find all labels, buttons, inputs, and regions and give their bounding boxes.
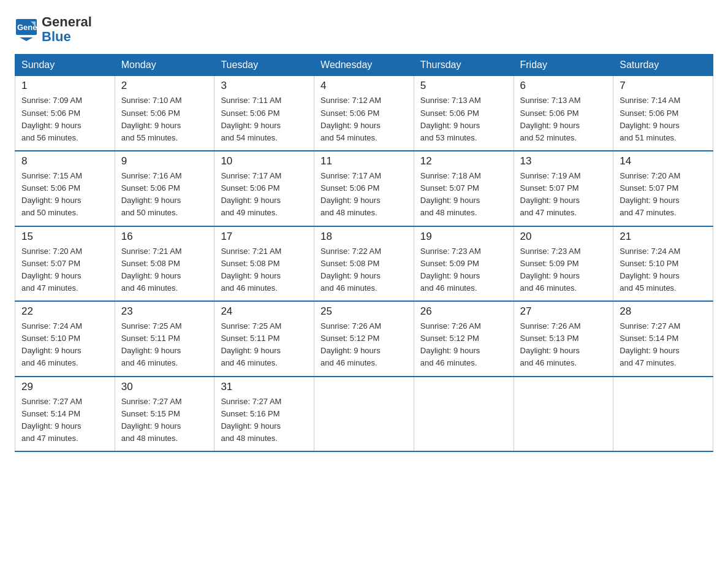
week-row-1: 1 Sunrise: 7:09 AMSunset: 5:06 PMDayligh… <box>15 76 713 151</box>
day-info: Sunrise: 7:18 AMSunset: 5:07 PMDaylight:… <box>420 170 507 220</box>
day-info: Sunrise: 7:27 AMSunset: 5:16 PMDaylight:… <box>221 396 308 445</box>
day-info: Sunrise: 7:22 AMSunset: 5:08 PMDaylight:… <box>320 245 408 295</box>
calendar-cell: 12 Sunrise: 7:18 AMSunset: 5:07 PMDaylig… <box>414 151 514 226</box>
calendar-cell: 7 Sunrise: 7:14 AMSunset: 5:06 PMDayligh… <box>613 76 713 151</box>
calendar-cell: 10 Sunrise: 7:17 AMSunset: 5:06 PMDaylig… <box>214 151 314 226</box>
week-row-5: 29 Sunrise: 7:27 AMSunset: 5:14 PMDaylig… <box>15 377 713 452</box>
day-number: 13 <box>520 155 607 167</box>
day-info: Sunrise: 7:12 AMSunset: 5:06 PMDaylight:… <box>320 94 408 144</box>
day-number: 29 <box>21 381 108 393</box>
day-number: 8 <box>21 155 108 167</box>
week-row-2: 8 Sunrise: 7:15 AMSunset: 5:06 PMDayligh… <box>15 151 713 226</box>
day-number: 5 <box>420 80 507 92</box>
day-info: Sunrise: 7:24 AMSunset: 5:10 PMDaylight:… <box>620 245 707 295</box>
day-number: 31 <box>221 381 308 393</box>
day-info: Sunrise: 7:21 AMSunset: 5:08 PMDaylight:… <box>221 245 308 295</box>
day-info: Sunrise: 7:15 AMSunset: 5:06 PMDaylight:… <box>21 170 108 220</box>
page-header: General General Blue <box>15 15 713 44</box>
header-monday: Monday <box>115 55 214 76</box>
day-info: Sunrise: 7:17 AMSunset: 5:06 PMDaylight:… <box>320 170 408 220</box>
day-number: 17 <box>221 231 308 243</box>
calendar-cell: 5 Sunrise: 7:13 AMSunset: 5:06 PMDayligh… <box>414 76 514 151</box>
day-number: 30 <box>121 381 208 393</box>
calendar-cell: 31 Sunrise: 7:27 AMSunset: 5:16 PMDaylig… <box>214 377 314 452</box>
calendar-cell: 6 Sunrise: 7:13 AMSunset: 5:06 PMDayligh… <box>514 76 613 151</box>
calendar-cell <box>514 377 613 452</box>
day-number: 3 <box>221 80 308 92</box>
day-number: 9 <box>121 155 208 167</box>
header-friday: Friday <box>514 55 613 76</box>
week-row-4: 22 Sunrise: 7:24 AMSunset: 5:10 PMDaylig… <box>15 301 713 377</box>
calendar-cell: 3 Sunrise: 7:11 AMSunset: 5:06 PMDayligh… <box>214 76 314 151</box>
calendar-cell: 14 Sunrise: 7:20 AMSunset: 5:07 PMDaylig… <box>613 151 713 226</box>
day-info: Sunrise: 7:10 AMSunset: 5:06 PMDaylight:… <box>121 94 208 144</box>
day-info: Sunrise: 7:20 AMSunset: 5:07 PMDaylight:… <box>620 170 707 220</box>
header-sunday: Sunday <box>15 55 115 76</box>
day-info: Sunrise: 7:13 AMSunset: 5:06 PMDaylight:… <box>420 94 507 144</box>
day-number: 27 <box>520 305 607 318</box>
calendar-cell: 15 Sunrise: 7:20 AMSunset: 5:07 PMDaylig… <box>15 226 115 302</box>
calendar-cell: 21 Sunrise: 7:24 AMSunset: 5:10 PMDaylig… <box>613 226 713 302</box>
day-number: 1 <box>21 80 108 92</box>
day-info: Sunrise: 7:27 AMSunset: 5:14 PMDaylight:… <box>620 320 707 370</box>
day-info: Sunrise: 7:26 AMSunset: 5:12 PMDaylight:… <box>420 320 507 370</box>
day-number: 24 <box>221 305 308 318</box>
day-number: 7 <box>620 80 707 92</box>
day-number: 26 <box>420 305 507 318</box>
calendar-cell: 9 Sunrise: 7:16 AMSunset: 5:06 PMDayligh… <box>115 151 214 226</box>
calendar-cell: 20 Sunrise: 7:23 AMSunset: 5:09 PMDaylig… <box>514 226 613 302</box>
day-number: 21 <box>620 231 707 243</box>
calendar-cell: 27 Sunrise: 7:26 AMSunset: 5:13 PMDaylig… <box>514 301 613 377</box>
day-info: Sunrise: 7:27 AMSunset: 5:15 PMDaylight:… <box>121 396 208 445</box>
day-info: Sunrise: 7:19 AMSunset: 5:07 PMDaylight:… <box>520 170 607 220</box>
svg-marker-1 <box>20 37 33 41</box>
day-info: Sunrise: 7:23 AMSunset: 5:09 PMDaylight:… <box>420 245 507 295</box>
calendar-cell <box>314 377 414 452</box>
calendar-table: SundayMondayTuesdayWednesdayThursdayFrid… <box>15 54 713 452</box>
logo-general-text: General <box>42 15 92 29</box>
calendar-cell: 25 Sunrise: 7:26 AMSunset: 5:12 PMDaylig… <box>314 301 414 377</box>
calendar-cell: 17 Sunrise: 7:21 AMSunset: 5:08 PMDaylig… <box>214 226 314 302</box>
calendar-cell: 8 Sunrise: 7:15 AMSunset: 5:06 PMDayligh… <box>15 151 115 226</box>
week-row-3: 15 Sunrise: 7:20 AMSunset: 5:07 PMDaylig… <box>15 226 713 302</box>
day-info: Sunrise: 7:16 AMSunset: 5:06 PMDaylight:… <box>121 170 208 220</box>
day-number: 23 <box>121 305 208 318</box>
day-number: 25 <box>320 305 408 318</box>
calendar-cell: 2 Sunrise: 7:10 AMSunset: 5:06 PMDayligh… <box>115 76 214 151</box>
calendar-cell: 23 Sunrise: 7:25 AMSunset: 5:11 PMDaylig… <box>115 301 214 377</box>
day-number: 14 <box>620 155 707 167</box>
day-info: Sunrise: 7:17 AMSunset: 5:06 PMDaylight:… <box>221 170 308 220</box>
logo: General General Blue <box>15 15 92 44</box>
day-number: 4 <box>320 80 408 92</box>
day-info: Sunrise: 7:24 AMSunset: 5:10 PMDaylight:… <box>21 320 108 370</box>
calendar-cell: 30 Sunrise: 7:27 AMSunset: 5:15 PMDaylig… <box>115 377 214 452</box>
day-number: 22 <box>21 305 108 318</box>
header-saturday: Saturday <box>613 55 713 76</box>
header-thursday: Thursday <box>414 55 514 76</box>
day-info: Sunrise: 7:11 AMSunset: 5:06 PMDaylight:… <box>221 94 308 144</box>
day-number: 6 <box>520 80 607 92</box>
day-number: 15 <box>21 231 108 243</box>
day-info: Sunrise: 7:27 AMSunset: 5:14 PMDaylight:… <box>21 396 108 445</box>
day-number: 28 <box>620 305 707 318</box>
calendar-cell: 26 Sunrise: 7:26 AMSunset: 5:12 PMDaylig… <box>414 301 514 377</box>
calendar-cell: 22 Sunrise: 7:24 AMSunset: 5:10 PMDaylig… <box>15 301 115 377</box>
header-tuesday: Tuesday <box>214 55 314 76</box>
calendar-cell: 19 Sunrise: 7:23 AMSunset: 5:09 PMDaylig… <box>414 226 514 302</box>
day-info: Sunrise: 7:25 AMSunset: 5:11 PMDaylight:… <box>121 320 208 370</box>
calendar-cell: 4 Sunrise: 7:12 AMSunset: 5:06 PMDayligh… <box>314 76 414 151</box>
calendar-cell: 16 Sunrise: 7:21 AMSunset: 5:08 PMDaylig… <box>115 226 214 302</box>
day-number: 20 <box>520 231 607 243</box>
calendar-header-row: SundayMondayTuesdayWednesdayThursdayFrid… <box>15 55 713 76</box>
day-info: Sunrise: 7:26 AMSunset: 5:12 PMDaylight:… <box>320 320 408 370</box>
calendar-cell <box>613 377 713 452</box>
day-info: Sunrise: 7:23 AMSunset: 5:09 PMDaylight:… <box>520 245 607 295</box>
day-number: 10 <box>221 155 308 167</box>
header-wednesday: Wednesday <box>314 55 414 76</box>
calendar-cell <box>414 377 514 452</box>
day-info: Sunrise: 7:14 AMSunset: 5:06 PMDaylight:… <box>620 94 707 144</box>
day-info: Sunrise: 7:09 AMSunset: 5:06 PMDaylight:… <box>21 94 108 144</box>
day-number: 16 <box>121 231 208 243</box>
calendar-cell: 24 Sunrise: 7:25 AMSunset: 5:11 PMDaylig… <box>214 301 314 377</box>
day-number: 19 <box>420 231 507 243</box>
